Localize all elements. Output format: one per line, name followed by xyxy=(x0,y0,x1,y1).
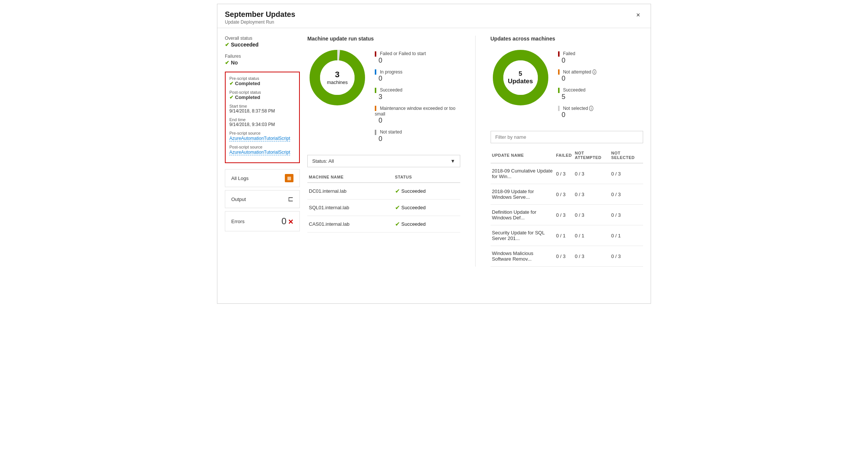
all-logs-label: All Logs xyxy=(231,176,248,181)
post-script-source-link[interactable]: AzureAutomationTutorialScript xyxy=(229,150,290,155)
legend-color xyxy=(558,88,560,93)
machine-legend-item: Failed or Failed to start 0 xyxy=(375,51,460,64)
legend-color xyxy=(375,106,376,111)
status-cell: ✔ Succeeded xyxy=(394,183,460,200)
not-attempted-cell: 0 / 1 xyxy=(573,225,610,246)
legend-value: 0 xyxy=(379,57,460,64)
failures-label: Failures xyxy=(225,54,300,59)
machine-donut-label: 3 machines xyxy=(327,70,348,86)
charts-area: Machine update run status 3 machines xyxy=(307,36,643,267)
failures-section: Failures ✔ No xyxy=(225,54,300,66)
updates-table-header: UPDATE NAME FAILED NOT ATTEMPTED NOT SEL… xyxy=(491,148,644,163)
failed-cell: 0 / 3 xyxy=(555,184,573,205)
check-icon: ✔ xyxy=(225,42,229,48)
col-status: STATUS xyxy=(394,172,460,183)
legend-value: 0 xyxy=(379,75,460,82)
updates-chart-top: 5 Updates Failed 0 Not attempted i 0 Suc… xyxy=(491,48,644,123)
failed-cell: 0 / 3 xyxy=(555,163,573,184)
status-dropdown[interactable]: Status: All ▼ xyxy=(307,155,460,167)
errors-label: Errors xyxy=(231,219,244,224)
close-button[interactable]: × xyxy=(633,10,643,20)
filter-input[interactable] xyxy=(491,131,644,143)
machine-status-title: Machine update run status xyxy=(307,36,460,42)
failed-cell: 0 / 1 xyxy=(555,225,573,246)
legend-color xyxy=(558,51,560,57)
pre-script-status-value: ✔ Completed xyxy=(229,81,295,86)
not-attempted-cell: 0 / 3 xyxy=(573,163,610,184)
errors-x-icon: ✕ xyxy=(288,218,293,226)
updates-legend-item: Succeeded 5 xyxy=(558,87,644,101)
status-cell: ✔ Succeeded xyxy=(394,216,460,232)
status-succeeded: ✔ Succeeded xyxy=(395,188,459,195)
updates-table: UPDATE NAME FAILED NOT ATTEMPTED NOT SEL… xyxy=(491,148,644,267)
update-name-cell: Definition Update for Windows Def... xyxy=(491,205,555,225)
legend-value: 0 xyxy=(562,57,644,64)
end-time-label: End time xyxy=(229,117,295,122)
legend-color xyxy=(375,130,376,135)
machine-legend-item: Not started 0 xyxy=(375,129,460,143)
not-selected-cell: 0 / 3 xyxy=(610,163,643,184)
check-icon-pre: ✔ xyxy=(229,81,233,86)
all-logs-icon: ▦ xyxy=(285,174,293,182)
col-machine-name: MACHINE NAME xyxy=(307,172,394,183)
modal-title: September Updates xyxy=(225,10,295,19)
machine-name-cell: CAS01.internal.lab xyxy=(307,216,394,232)
machine-chart-top: 3 machines Failed or Failed to start 0 I… xyxy=(307,48,460,147)
status-succeeded: ✔ Succeeded xyxy=(395,204,459,211)
header-text: September Updates Update Deployment Run xyxy=(225,10,295,25)
check-icon: ✔ xyxy=(395,220,400,228)
check-icon: ✔ xyxy=(395,204,400,211)
machine-table: MACHINE NAME STATUS DC01.internal.lab ✔ … xyxy=(307,172,460,232)
table-row: Windows Malicious Software Remov... 0 / … xyxy=(491,246,644,267)
post-script-status-row: Post-script status ✔ Completed xyxy=(229,90,295,100)
legend-label: Maintenance window exceeded or too small xyxy=(375,106,455,117)
modal-body: Overall status ✔ Succeeded Failures ✔ No… xyxy=(217,28,651,274)
info-box: Pre-script status ✔ Completed Post-scrip… xyxy=(225,72,300,163)
not-attempted-cell: 0 / 3 xyxy=(573,184,610,205)
col-not-selected: NOT SELECTED xyxy=(610,148,643,163)
failed-cell: 0 / 3 xyxy=(555,205,573,225)
failures-value: ✔ No xyxy=(225,60,300,66)
not-attempted-cell: 0 / 3 xyxy=(573,246,610,267)
info-icon: i xyxy=(589,106,593,111)
update-name-cell: Security Update for SQL Server 201... xyxy=(491,225,555,246)
table-row: SQL01.internal.lab ✔ Succeeded xyxy=(307,199,460,216)
legend-label: Succeeded xyxy=(563,87,585,93)
legend-label: Not attempted i xyxy=(563,69,596,75)
panel-divider xyxy=(475,36,476,267)
end-time-row: End time 9/14/2018, 9:34:03 PM xyxy=(229,117,295,127)
modal-subtitle: Update Deployment Run xyxy=(225,20,295,25)
pre-script-source-link[interactable]: AzureAutomationTutorialScript xyxy=(229,136,290,141)
all-logs-section: All Logs ▦ xyxy=(225,169,300,187)
machine-table-body: DC01.internal.lab ✔ Succeeded SQL01.inte… xyxy=(307,183,460,232)
table-row: DC01.internal.lab ✔ Succeeded xyxy=(307,183,460,200)
col-failed: FAILED xyxy=(555,148,573,163)
machine-legend-item: In progress 0 xyxy=(375,69,460,83)
legend-label: Failed xyxy=(563,51,575,56)
legend-color xyxy=(375,88,376,93)
pre-script-status-label: Pre-script status xyxy=(229,76,295,81)
pre-script-source-row: Pre-script source AzureAutomationTutoria… xyxy=(229,131,295,141)
updates-donut-label: 5 Updates xyxy=(506,70,536,86)
not-selected-cell: 0 / 3 xyxy=(610,184,643,205)
legend-color xyxy=(375,51,376,57)
legend-label: Failed or Failed to start xyxy=(380,51,426,56)
updates-legend: Failed 0 Not attempted i 0 Succeeded 5 N… xyxy=(558,48,644,123)
col-update-name: UPDATE NAME xyxy=(491,148,555,163)
table-row: 2018-09 Cumulative Update for Win... 0 /… xyxy=(491,163,644,184)
pre-script-status-row: Pre-script status ✔ Completed xyxy=(229,76,295,86)
updates-legend-item: Not selected i 0 xyxy=(558,105,644,119)
legend-color xyxy=(375,69,376,75)
legend-label: Not selected i xyxy=(563,106,593,111)
errors-count: 0 xyxy=(281,216,286,226)
updates-legend-item: Failed 0 xyxy=(558,51,644,64)
machine-name-cell: DC01.internal.lab xyxy=(307,183,394,200)
output-label: Output xyxy=(231,196,246,202)
status-dropdown-row: Status: All ▼ xyxy=(307,155,460,167)
update-name-cell: Windows Malicious Software Remov... xyxy=(491,246,555,267)
errors-section: Errors 0 ✕ xyxy=(225,211,300,231)
update-name-cell: 2018-09 Update for Windows Serve... xyxy=(491,184,555,205)
start-time-row: Start time 9/14/2018, 8:37:58 PM xyxy=(229,104,295,114)
check-icon: ✔ xyxy=(395,188,400,195)
table-row: CAS01.internal.lab ✔ Succeeded xyxy=(307,216,460,232)
